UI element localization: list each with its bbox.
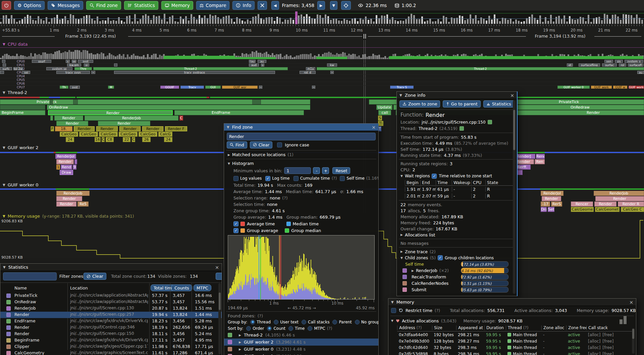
sort-by-radio-count[interactable]	[267, 326, 272, 331]
sort-by-radio-time[interactable]	[288, 326, 293, 331]
cpu-zone[interactable]: surfacefling	[579, 63, 600, 66]
table-row[interactable]: OnRedrawjni/../jni/src/claw/application/…	[0, 299, 222, 305]
search-input[interactable]: Render	[227, 133, 376, 140]
group-by-radio-no-groupi[interactable]	[355, 320, 360, 324]
zone[interactable]: Re5	[77, 202, 89, 207]
close-icon[interactable]: ×	[372, 125, 376, 130]
zone[interactable]	[50, 116, 53, 121]
collapse-icon[interactable]: ▼	[3, 91, 5, 94]
scrollbar-thumb[interactable]	[632, 329, 634, 339]
cpu-zone[interactable]: Tracy S	[390, 86, 414, 89]
zone[interactable]: 1	[56, 165, 60, 170]
scrollbar-thumb[interactable]	[219, 293, 221, 310]
zone[interactable]: CalcGeo C	[621, 207, 644, 212]
help-icon[interactable]: (?)	[332, 176, 337, 181]
zone[interactable]: 16	[95, 137, 101, 142]
cpu-zone[interactable]: surfc	[0, 67, 12, 70]
cpu-zone[interactable]: si	[84, 63, 89, 66]
table-row[interactable]: Clipperjni/../jni/src/claw/gfx/geo/Clipp…	[0, 344, 222, 350]
expand-icon[interactable]: ▶	[239, 334, 241, 337]
group-by-radio-call-stacks[interactable]	[302, 320, 306, 324]
cpu-zone[interactable]: ~	[312, 86, 315, 89]
zone[interactable]: Render	[595, 196, 644, 201]
zone[interactable]: Set	[548, 207, 554, 212]
cumulate-time-checkbox[interactable]	[293, 176, 299, 181]
group-by-radio-user-text[interactable]	[274, 320, 278, 324]
cpu-zone[interactable]: au	[637, 71, 644, 74]
cpu-zone[interactable]: tracy_systrace	[114, 71, 275, 74]
zone[interactable]: Dra	[541, 207, 547, 212]
wait-table-row[interactable]: 1.91 ms1.97 ms61 µs-2R	[405, 186, 513, 192]
zone[interactable]	[0, 105, 45, 110]
collapse-icon[interactable]: ▼	[400, 174, 403, 178]
thread-header[interactable]: ▼GUIF worker 0	[3, 182, 38, 187]
zone[interactable]: CalcGeome	[571, 207, 594, 212]
table-row[interactable]: PrivateTickjni/../jni/src/claw/applicati…	[0, 293, 222, 299]
cpu-zone[interactable]: au	[258, 60, 266, 63]
free-callstack-button[interactable]: [free]	[602, 345, 613, 350]
memory-table-row[interactable]: 0x7dfc53d8988 bytes298.34 ms59.95 sMain …	[397, 351, 633, 355]
zone[interactable]: Render	[48, 110, 173, 115]
zone[interactable]: Render	[54, 116, 83, 121]
cpu-zone[interactable]	[0, 71, 4, 74]
matched-source-locations-row[interactable]: ▶Matched source locations(1)	[224, 151, 378, 158]
min-bin-input[interactable]: 1	[284, 167, 311, 174]
zone[interactable]: RenderJol	[55, 154, 76, 159]
sort-by-radio-mtpc[interactable]	[308, 326, 312, 331]
zone[interactable]: Rend	[536, 154, 545, 159]
cpu-zone[interactable]: syst	[78, 60, 93, 63]
free-callstack-button[interactable]: [free]	[602, 332, 613, 337]
zone[interactable]: CalcG	[158, 132, 172, 137]
zone[interactable]: Update	[376, 105, 392, 110]
zone[interactable]: call	[378, 110, 391, 115]
collapse-icon[interactable]: ▼	[3, 214, 5, 218]
zone[interactable]: Render	[96, 126, 118, 131]
alloc-callstack-button[interactable]: [alloc]	[588, 332, 600, 337]
table-row[interactable]: Renderjni/../jni/src/guif/Screen.cpp:257…	[0, 312, 222, 318]
cpu-zone[interactable]: m1a	[306, 67, 315, 70]
help-icon[interactable]: (?)	[415, 325, 422, 330]
cpu-zone[interactable]: (au	[249, 60, 256, 63]
find-zone-titlebar[interactable]: ▼Find zone×	[224, 124, 378, 131]
cpu-zone[interactable]: sen	[604, 60, 613, 63]
cpu-zone[interactable]: ~	[91, 71, 95, 74]
child-zone-row[interactable]: Self time172.14 µs (3.83%)	[397, 261, 517, 267]
cpu-zone[interactable]: aud	[249, 63, 259, 66]
wait-table-row[interactable]: 2.01 ms2.07 ms59 µs-2R	[405, 192, 513, 199]
found-zone-group-row[interactable]: ▶GUIF worker 2(3,296) 4.61 s	[224, 339, 378, 346]
zone[interactable]: Rend	[61, 165, 72, 170]
clear-button[interactable]: Clear	[250, 141, 273, 148]
table-row[interactable]: EndFramejni/../jni/src/claw/gfx/drv/vk/D…	[0, 318, 222, 324]
alloc-callstack-button[interactable]: [alloc]	[588, 345, 600, 350]
zone[interactable]: F	[51, 126, 54, 131]
increase-bin-button[interactable]: +	[322, 167, 329, 174]
cpu-zone[interactable]: rot_d	[300, 71, 316, 74]
zone[interactable]: BeginFrame	[0, 110, 45, 115]
zone[interactable]: CalcGeo	[79, 132, 98, 137]
cpu-zone[interactable]: Thre	[74, 67, 92, 70]
alloc-callstack-button[interactable]: [alloc]	[588, 339, 600, 344]
cpu-zone[interactable]	[3, 63, 6, 66]
zone[interactable]	[73, 99, 78, 104]
cpu-zone[interactable]: Thread-2	[317, 67, 644, 70]
zone[interactable]: 9	[73, 165, 76, 170]
zone[interactable]: Render	[56, 196, 82, 201]
table-row[interactable]: RenderJobjni/../jni/src/guif/Screen.cpp:…	[0, 305, 222, 312]
zone[interactable]: CalcGeo	[99, 132, 118, 137]
self-time-checkbox[interactable]	[340, 176, 345, 181]
zone[interactable]: 22	[123, 137, 130, 142]
cpu-zone[interactable]: Thread-2	[93, 67, 288, 70]
zone[interactable]: C8	[106, 137, 114, 142]
zone[interactable]: 24	[164, 137, 172, 142]
cpu-zone[interactable]: ~	[259, 86, 262, 89]
cpu-zone[interactable]: GUIF wor	[222, 86, 258, 89]
collapse-icon[interactable]: ▼	[228, 162, 230, 165]
memory-table-row[interactable]: 0x7dfaa64e00192 bytes298.21 ms59.95 sMai…	[397, 331, 633, 338]
cpu-zone[interactable]: ssurf	[32, 60, 51, 63]
cpu-zone[interactable]: kw.gm	[67, 63, 81, 66]
child-zone-row[interactable]: ▶RenderJob(×2)4.16 ms (92.60%)	[397, 267, 517, 274]
zone[interactable]: C	[102, 137, 105, 142]
group-by-radio-thread[interactable]	[250, 320, 255, 324]
zone[interactable]: Rencer	[571, 202, 593, 207]
zone[interactable]: RenderJol	[541, 191, 564, 196]
